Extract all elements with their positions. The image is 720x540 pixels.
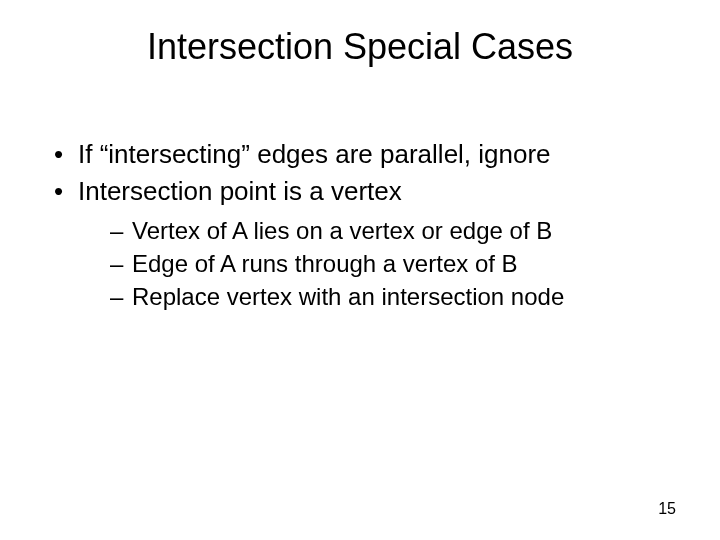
sub-bullet-text: Edge of A runs through a vertex of B	[132, 250, 518, 277]
page-number: 15	[658, 500, 676, 518]
bullet-item: If “intersecting” edges are parallel, ig…	[50, 138, 680, 171]
slide: Intersection Special Cases If “intersect…	[0, 0, 720, 540]
bullet-list: If “intersecting” edges are parallel, ig…	[50, 138, 680, 313]
sub-bullet-text: Vertex of A lies on a vertex or edge of …	[132, 217, 552, 244]
sub-bullet-item: Replace vertex with an intersection node	[110, 281, 680, 312]
sub-bullet-item: Vertex of A lies on a vertex or edge of …	[110, 215, 680, 246]
bullet-text: Intersection point is a vertex	[78, 176, 402, 206]
sub-bullet-text: Replace vertex with an intersection node	[132, 283, 564, 310]
bullet-text: If “intersecting” edges are parallel, ig…	[78, 139, 551, 169]
bullet-item: Intersection point is a vertex Vertex of…	[50, 175, 680, 313]
sub-bullet-item: Edge of A runs through a vertex of B	[110, 248, 680, 279]
slide-title: Intersection Special Cases	[40, 26, 680, 68]
sub-bullet-list: Vertex of A lies on a vertex or edge of …	[110, 215, 680, 313]
